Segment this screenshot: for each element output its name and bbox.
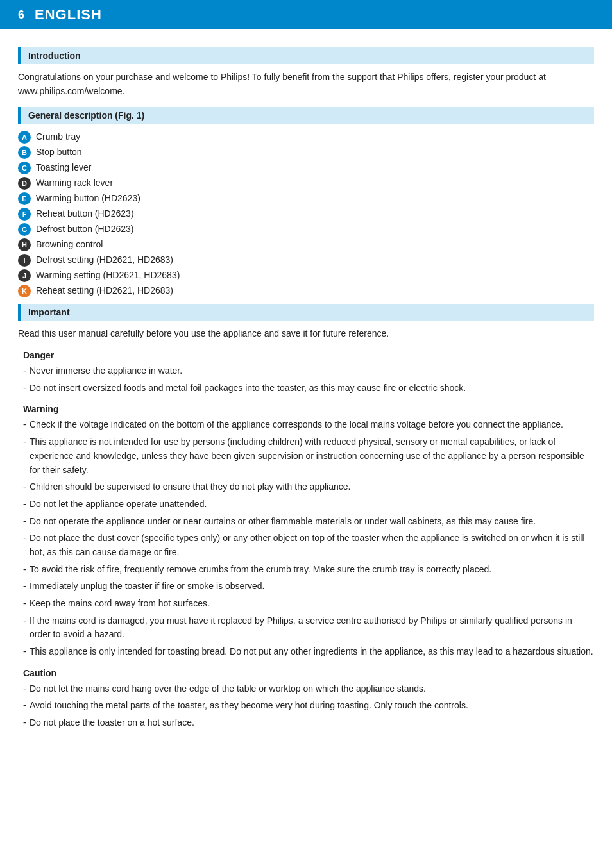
badge-b: B xyxy=(18,146,31,159)
page-number: 6 xyxy=(18,8,24,22)
description-item-text: Warming rack lever xyxy=(36,176,113,190)
bullet-dash: - xyxy=(18,580,30,594)
bullet-dash: - xyxy=(18,682,30,696)
bullet-text: Do not insert oversized foods and metal … xyxy=(30,381,594,396)
caution-list: -Do not let the mains cord hang over the… xyxy=(18,682,594,730)
bullet-text: This appliance is not intended for use b… xyxy=(30,435,594,477)
badge-i: I xyxy=(18,254,31,267)
bullet-item: -Do not operate the appliance under or n… xyxy=(18,515,594,529)
page-content: Introduction Congratulations on your pur… xyxy=(0,29,612,751)
bullet-item: -Children should be supervised to ensure… xyxy=(18,480,594,494)
description-item: GDefrost button (HD2623) xyxy=(18,222,594,236)
badge-h: H xyxy=(18,238,31,251)
bullet-text: Do not place the dust cover (specific ty… xyxy=(30,531,594,559)
danger-title: Danger xyxy=(18,350,594,360)
bullet-dash: - xyxy=(18,497,30,512)
bullet-dash: - xyxy=(18,515,30,529)
bullet-dash: - xyxy=(18,716,30,730)
bullet-item: -Keep the mains cord away from hot surfa… xyxy=(18,597,594,611)
bullet-dash: - xyxy=(18,563,30,577)
bullet-text: Check if the voltage indicated on the bo… xyxy=(30,418,594,432)
bullet-item: -Avoid touching the metal parts of the t… xyxy=(18,699,594,713)
bullet-item: -Do not let the appliance operate unatte… xyxy=(18,497,594,512)
description-item-text: Reheat button (HD2623) xyxy=(36,207,134,221)
intro-text: Congratulations on your purchase and wel… xyxy=(18,71,594,98)
description-item-text: Warming setting (HD2621, HD2683) xyxy=(36,269,180,282)
bullet-item: -Do not let the mains cord hang over the… xyxy=(18,682,594,696)
bullet-item: -Never immerse the appliance in water. xyxy=(18,364,594,378)
bullet-text: Do not place the toaster on a hot surfac… xyxy=(30,716,594,730)
description-item: ACrumb tray xyxy=(18,130,594,144)
description-item-text: Warming button (HD2623) xyxy=(36,192,140,205)
description-item: IDefrost setting (HD2621, HD2683) xyxy=(18,253,594,267)
bullet-dash: - xyxy=(18,645,30,659)
description-item-text: Defrost button (HD2623) xyxy=(36,222,134,236)
bullet-text: This appliance is only intended for toas… xyxy=(30,645,594,659)
description-item: CToasting lever xyxy=(18,161,594,174)
bullet-item: -Immediately unplug the toaster if fire … xyxy=(18,580,594,594)
bullet-text: If the mains cord is damaged, you must h… xyxy=(30,614,594,642)
description-item: EWarming button (HD2623) xyxy=(18,192,594,205)
description-item-text: Browning control xyxy=(36,238,103,251)
bullet-item: -This appliance is only intended for toa… xyxy=(18,645,594,659)
description-item-text: Stop button xyxy=(36,146,82,159)
description-item: DWarming rack lever xyxy=(18,176,594,190)
badge-f: F xyxy=(18,208,31,221)
page-language: ENGLISH xyxy=(35,6,102,23)
badge-g: G xyxy=(18,223,31,236)
bullet-dash: - xyxy=(18,597,30,611)
description-item: BStop button xyxy=(18,146,594,159)
danger-list: -Never immerse the appliance in water.-D… xyxy=(18,364,594,395)
description-item-text: Reheat setting (HD2621, HD2683) xyxy=(36,284,173,297)
warning-title: Warning xyxy=(18,404,594,414)
description-item-text: Toasting lever xyxy=(36,161,91,174)
bullet-text: Keep the mains cord away from hot surfac… xyxy=(30,597,594,611)
bullet-text: To avoid the risk of fire, frequently re… xyxy=(30,563,594,577)
bullet-dash: - xyxy=(18,614,30,628)
warning-list: -Check if the voltage indicated on the b… xyxy=(18,418,594,658)
bullet-text: Immediately unplug the toaster if fire o… xyxy=(30,580,594,594)
bullet-item: -Do not place the toaster on a hot surfa… xyxy=(18,716,594,730)
bullet-text: Children should be supervised to ensure … xyxy=(30,480,594,494)
description-list: ACrumb trayBStop buttonCToasting leverDW… xyxy=(18,130,594,297)
bullet-text: Do not let the appliance operate unatten… xyxy=(30,497,594,512)
bullet-dash: - xyxy=(18,381,30,396)
description-item: KReheat setting (HD2621, HD2683) xyxy=(18,284,594,297)
bullet-item: -Do not place the dust cover (specific t… xyxy=(18,531,594,559)
badge-d: D xyxy=(18,177,31,190)
description-section-header: General description (Fig. 1) xyxy=(18,107,594,124)
bullet-dash: - xyxy=(18,364,30,378)
bullet-dash: - xyxy=(18,531,30,546)
bullet-dash: - xyxy=(18,480,30,494)
bullet-item: -To avoid the risk of fire, frequently r… xyxy=(18,563,594,577)
bullet-dash: - xyxy=(18,435,30,449)
important-section-header: Important xyxy=(18,304,594,321)
description-item: HBrowning control xyxy=(18,238,594,251)
description-item: JWarming setting (HD2621, HD2683) xyxy=(18,269,594,282)
bullet-dash: - xyxy=(18,418,30,432)
badge-k: K xyxy=(18,285,31,297)
description-item-text: Defrost setting (HD2621, HD2683) xyxy=(36,253,173,267)
bullet-item: -If the mains cord is damaged, you must … xyxy=(18,614,594,642)
description-item: FReheat button (HD2623) xyxy=(18,207,594,221)
badge-j: J xyxy=(18,269,31,282)
badge-e: E xyxy=(18,192,31,205)
bullet-text: Avoid touching the metal parts of the to… xyxy=(30,699,594,713)
bullet-item: -Check if the voltage indicated on the b… xyxy=(18,418,594,432)
bullet-text: Never immerse the appliance in water. xyxy=(30,364,594,378)
page-header: 6 ENGLISH xyxy=(0,0,612,29)
bullet-item: -This appliance is not intended for use … xyxy=(18,435,594,477)
bullet-item: -Do not insert oversized foods and metal… xyxy=(18,381,594,396)
bullet-text: Do not operate the appliance under or ne… xyxy=(30,515,594,529)
description-item-text: Crumb tray xyxy=(36,130,80,144)
badge-a: A xyxy=(18,131,31,144)
important-text: Read this user manual carefully before y… xyxy=(18,327,594,341)
caution-title: Caution xyxy=(18,668,594,678)
bullet-text: Do not let the mains cord hang over the … xyxy=(30,682,594,696)
badge-c: C xyxy=(18,162,31,174)
bullet-dash: - xyxy=(18,699,30,713)
intro-section-header: Introduction xyxy=(18,47,594,64)
